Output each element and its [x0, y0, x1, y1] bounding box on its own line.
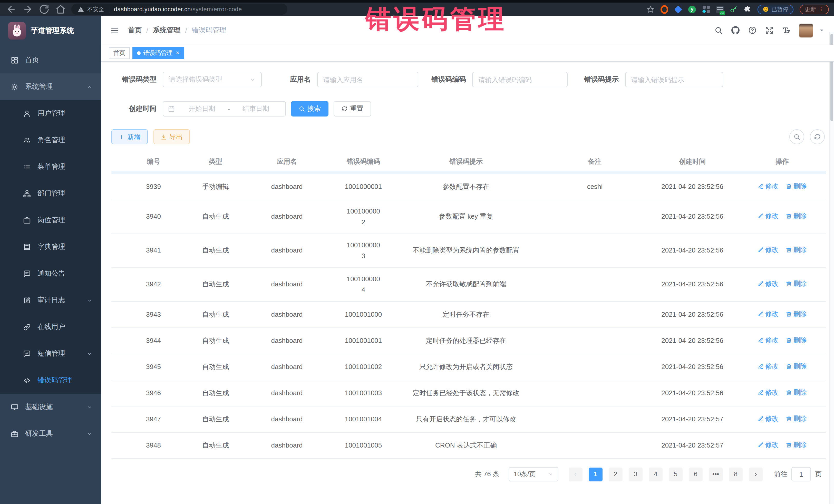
back-icon[interactable] [3, 4, 20, 14]
update-button[interactable]: 更新 [799, 4, 829, 14]
home-icon[interactable] [52, 4, 69, 14]
start-date-input[interactable]: 开始日期 [177, 104, 227, 113]
delete-link[interactable]: 删除 [786, 245, 807, 255]
delete-link[interactable]: 删除 [786, 361, 807, 372]
font-size-icon[interactable] [782, 26, 790, 35]
puzzle-extension-icon[interactable] [744, 5, 751, 13]
edit-link[interactable]: 修改 [758, 245, 778, 255]
hamburger-icon[interactable] [110, 26, 119, 35]
cell-actions: 修改删除 [739, 200, 826, 234]
next-page-button[interactable] [749, 467, 763, 481]
delete-link[interactable]: 删除 [786, 279, 807, 289]
reload-icon[interactable] [36, 4, 52, 14]
export-button[interactable]: 导出 [153, 129, 190, 144]
page-button-1[interactable]: 1 [589, 467, 602, 481]
breadcrumb-home[interactable]: 首页 [128, 26, 142, 35]
fullscreen-icon[interactable] [765, 26, 773, 35]
edit-link[interactable]: 修改 [758, 309, 778, 319]
extension-icon[interactable] [674, 5, 682, 13]
app-name-input[interactable] [317, 72, 418, 87]
edit-link[interactable]: 修改 [758, 181, 778, 192]
breadcrumb-system[interactable]: 系统管理 [153, 26, 181, 35]
edit-link[interactable]: 修改 [758, 335, 778, 345]
page-button-2[interactable]: 2 [609, 467, 622, 481]
error-code-input[interactable] [472, 72, 568, 87]
column-header-5: 备注 [544, 152, 646, 172]
tab-home[interactable]: 首页 [109, 47, 130, 59]
goto-page-input[interactable] [791, 467, 811, 481]
error-code-type-select[interactable]: 请选择错误码类型 [163, 72, 262, 87]
page-button-6[interactable]: 6 [689, 467, 703, 481]
sidebar-item-error-code-mgmt[interactable]: 错误码管理 [0, 367, 101, 394]
extension-icon[interactable] [702, 5, 710, 13]
help-icon[interactable] [748, 26, 756, 35]
tab-error-code-mgmt[interactable]: 错误码管理 × [132, 47, 184, 59]
menu-dots-icon[interactable] [819, 6, 824, 12]
sidebar-item-sms-mgmt[interactable]: 短信管理 [0, 340, 101, 367]
prev-page-button[interactable] [569, 467, 583, 481]
add-button[interactable]: 新增 [111, 129, 148, 144]
bookmark-star-icon[interactable] [647, 5, 654, 13]
table-toolbar: 新增 导出 [111, 129, 826, 144]
edit-link[interactable]: 修改 [758, 361, 778, 372]
sidebar-item-role-mgmt[interactable]: 角色管理 [0, 127, 101, 153]
page-button-5[interactable]: 5 [669, 467, 683, 481]
page-button-3[interactable]: 3 [629, 467, 642, 481]
delete-link[interactable]: 删除 [786, 211, 807, 221]
app-logo-row[interactable]: 芋道管理系统 [0, 16, 101, 45]
extension-icon[interactable] [660, 5, 668, 13]
sidebar-item-user-mgmt[interactable]: 用户管理 [0, 100, 101, 127]
cell-type: 自动生成 [196, 328, 236, 354]
page-size-select[interactable]: 10条/页 [509, 467, 558, 481]
cell-type: 自动生成 [196, 380, 236, 406]
sidebar-item-dict-mgmt[interactable]: 字典管理 [0, 234, 101, 260]
date-range-picker[interactable]: 开始日期 - 结束日期 [163, 101, 286, 116]
key-extension-icon[interactable] [730, 5, 738, 13]
delete-link[interactable]: 删除 [786, 335, 807, 345]
sidebar-item-dept-mgmt[interactable]: 部门管理 [0, 180, 101, 207]
sidebar-item-post-mgmt[interactable]: 岗位管理 [0, 207, 101, 234]
paused-badge[interactable]: 已暂停 [758, 4, 793, 14]
user-avatar[interactable] [799, 23, 813, 37]
toggle-search-button[interactable] [789, 129, 804, 144]
github-icon[interactable] [731, 26, 740, 35]
delete-link[interactable]: 删除 [786, 309, 807, 319]
sidebar-item-system-mgmt[interactable]: 系统管理 [0, 73, 101, 100]
end-date-input[interactable]: 结束日期 [231, 104, 281, 113]
forward-icon[interactable] [20, 4, 36, 14]
page-button-4[interactable]: 4 [649, 467, 663, 481]
edit-link[interactable]: 修改 [758, 440, 778, 450]
close-tab-icon[interactable]: × [176, 50, 179, 56]
page-button-8[interactable]: 8 [729, 467, 743, 481]
refresh-table-button[interactable] [810, 129, 825, 144]
address-bar[interactable]: 不安全 dashboard.yudao.iocoder.cn/system/er… [71, 4, 287, 15]
sidebar-item-notice[interactable]: 通知公告 [0, 260, 101, 287]
error-hint-input[interactable] [625, 72, 723, 87]
search-button[interactable]: 搜索 [291, 101, 328, 116]
vpn-extension-icon[interactable]: on [716, 5, 724, 13]
sidebar-item-home[interactable]: 首页 [0, 47, 101, 73]
delete-link[interactable]: 删除 [786, 181, 807, 192]
chevron-down-icon [87, 298, 92, 303]
page-ellipsis[interactable]: ••• [709, 467, 723, 481]
extension-icon[interactable]: y [688, 5, 696, 13]
sidebar-item-dev-tools[interactable]: 研发工具 [0, 420, 101, 447]
sidebar-item-menu-mgmt[interactable]: 菜单管理 [0, 153, 101, 180]
delete-link[interactable]: 删除 [786, 414, 807, 424]
sidebar-item-audit-log[interactable]: 审计日志 [0, 287, 101, 313]
sidebar-item-online-user[interactable]: 在线用户 [0, 313, 101, 340]
sidebar-item-infrastructure[interactable]: 基础设施 [0, 394, 101, 420]
delete-link[interactable]: 删除 [786, 440, 807, 450]
filter-item-error-code: 错误码编码 [431, 72, 568, 87]
edit-link[interactable]: 修改 [758, 211, 778, 221]
search-icon[interactable] [715, 26, 723, 35]
cell-app: dashboard [236, 268, 338, 302]
cell-app: dashboard [236, 200, 338, 234]
edit-link[interactable]: 修改 [758, 414, 778, 424]
reset-button[interactable]: 重置 [334, 101, 371, 116]
delete-link[interactable]: 删除 [786, 388, 807, 398]
edit-link[interactable]: 修改 [758, 279, 778, 289]
edit-link[interactable]: 修改 [758, 388, 778, 398]
filter-item-error-hint: 错误码提示 [584, 72, 723, 87]
caret-down-icon[interactable] [817, 26, 826, 35]
